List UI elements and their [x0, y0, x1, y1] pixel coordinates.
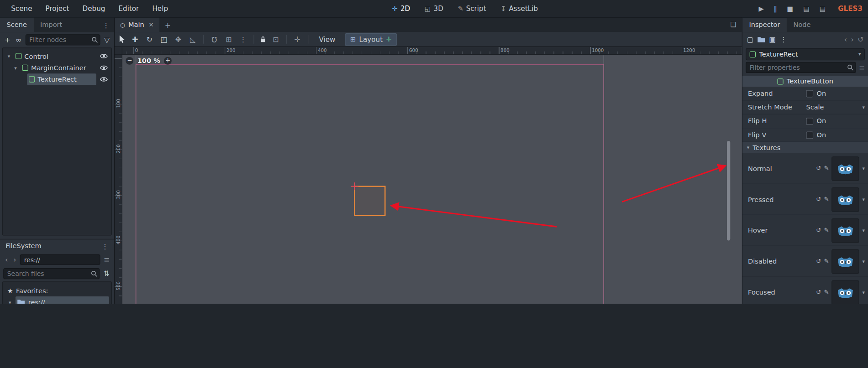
grid-snap-icon[interactable]: ⊞ [224, 35, 234, 43]
scale-tool-icon[interactable]: ◰ [159, 35, 169, 43]
edit-resource-icon[interactable]: ✎ [824, 196, 829, 203]
history-forward-icon[interactable]: › [851, 36, 853, 44]
tab-scene[interactable]: Scene [0, 18, 33, 32]
filter-options-icon[interactable]: ▽ [103, 36, 111, 44]
screen-3d-button[interactable]: ◱ 3D [420, 3, 448, 14]
scene-tab-main[interactable]: ○ Main ✕ [115, 18, 159, 32]
revert-icon[interactable]: ↺ [816, 289, 821, 296]
property-label: Expand [748, 89, 806, 97]
filter-properties-input[interactable] [746, 62, 856, 73]
tree-node-control[interactable]: ▾ Control [3, 50, 111, 62]
close-icon[interactable]: ✕ [147, 21, 154, 29]
chevron-down-icon[interactable]: ▾ [862, 228, 864, 233]
search-files-input[interactable] [3, 268, 100, 279]
edit-resource-icon[interactable]: ✎ [824, 227, 829, 234]
menu-scene[interactable]: Scene [5, 3, 37, 14]
select-tool-icon[interactable] [119, 36, 126, 43]
play-scene-button[interactable]: ▤ [801, 4, 811, 14]
play-button[interactable]: ▶ [757, 4, 766, 14]
history-back-icon[interactable]: ‹ [844, 36, 847, 44]
chevron-down-icon[interactable]: ▾ [862, 259, 864, 264]
texture-preview[interactable] [832, 249, 860, 273]
section-textures[interactable]: ▾ Textures [742, 142, 868, 153]
edit-resource-icon[interactable]: ✎ [824, 289, 829, 296]
rotate-tool-icon[interactable]: ↻ [144, 35, 154, 43]
texture-preview[interactable] [832, 218, 860, 242]
screen-assetlib-button[interactable]: ↧ AssetLib [496, 3, 542, 14]
zoom-out-button[interactable]: − [126, 57, 133, 65]
collapse-caret-icon[interactable]: ▾ [13, 65, 18, 70]
tune-icon[interactable]: ≡ [859, 63, 865, 72]
chevron-down-icon[interactable]: ▾ [862, 166, 864, 171]
filter-nodes-input[interactable] [25, 34, 100, 45]
dock-menu-icon[interactable]: ⋮ [98, 21, 114, 29]
add-node-icon[interactable]: + [3, 36, 11, 44]
expand-checkbox[interactable] [806, 90, 813, 97]
visibility-eye-icon[interactable] [99, 76, 109, 82]
distraction-free-icon[interactable]: ❏ [725, 18, 742, 32]
favorites-row[interactable]: ★ Favorites: [3, 285, 111, 296]
ruler-tool-icon[interactable]: ◺ [188, 35, 198, 43]
collapse-caret-icon[interactable]: ▾ [7, 300, 13, 304]
instance-scene-link-icon[interactable]: ∞ [14, 36, 22, 44]
new-resource-icon[interactable]: ▢ [747, 36, 754, 44]
skeleton-options-icon[interactable]: ✛ [292, 35, 302, 43]
tree-node-texturerect[interactable]: TextureRect [3, 73, 111, 85]
menu-project[interactable]: Project [40, 3, 74, 14]
edit-resource-icon[interactable]: ✎ [824, 258, 829, 265]
revert-icon[interactable]: ↺ [816, 196, 821, 203]
display-mode-icon[interactable]: ≡ [102, 255, 110, 264]
screen-2d-button[interactable]: ✛ 2D [388, 3, 415, 14]
tab-inspector[interactable]: Inspector [742, 18, 787, 32]
folder-row-res[interactable]: ▾ res:// [3, 296, 111, 304]
edit-resource-icon[interactable]: ✎ [824, 165, 829, 172]
chevron-down-icon[interactable]: ▾ [862, 290, 864, 295]
lock-object-icon[interactable] [260, 36, 267, 43]
smart-snap-magnet-icon[interactable]: Ω [209, 35, 219, 43]
layout-menu-button[interactable]: ⊞ Layout ✛ [345, 33, 397, 46]
current-path[interactable]: res:// [20, 254, 100, 265]
menu-editor[interactable]: Editor [113, 3, 144, 14]
view-menu-button[interactable]: View [314, 33, 340, 45]
history-back-icon[interactable]: ‹ [3, 255, 10, 264]
menu-debug[interactable]: Debug [77, 3, 110, 14]
menu-help[interactable]: Help [147, 3, 174, 14]
2d-viewport[interactable]: 0 200 400 600 800 1000 1200 100 200 300 … [115, 47, 742, 304]
visibility-eye-icon[interactable] [99, 65, 109, 71]
stretch-mode-dropdown[interactable]: Scale ▾ [806, 104, 865, 111]
history-forward-icon[interactable]: › [12, 255, 18, 264]
edited-node-selector[interactable]: TextureRect ▾ [746, 48, 865, 60]
revert-icon[interactable]: ↺ [816, 258, 821, 265]
pause-button[interactable]: ‖ [772, 4, 779, 14]
dock-menu-icon[interactable]: ⋮ [101, 242, 109, 250]
collapse-caret-icon[interactable]: ▾ [6, 53, 11, 59]
tab-import[interactable]: Import [33, 18, 68, 32]
flip-h-checkbox[interactable] [806, 118, 813, 125]
revert-icon[interactable]: ↺ [816, 165, 821, 172]
vertical-scrollbar[interactable] [727, 141, 730, 240]
move-tool-icon[interactable]: ✚ [130, 35, 140, 43]
texture-preview[interactable] [832, 187, 860, 211]
chevron-down-icon[interactable]: ▾ [862, 197, 864, 202]
play-custom-scene-button[interactable]: ▤ [817, 4, 828, 14]
visibility-eye-icon[interactable] [99, 53, 109, 59]
sort-files-icon[interactable]: ⇅ [102, 269, 110, 277]
stop-button[interactable]: ■ [785, 4, 795, 14]
object-history-icon[interactable]: ↺ [857, 36, 863, 44]
resource-menu-icon[interactable]: ⋮ [780, 36, 787, 44]
tree-node-margincontainer[interactable]: ▾ MarginContainer [3, 62, 111, 73]
texture-preview[interactable] [832, 156, 860, 181]
tab-node[interactable]: Node [787, 18, 817, 32]
pan-tool-icon[interactable]: ✥ [174, 35, 184, 43]
load-resource-folder-icon[interactable] [758, 36, 765, 42]
revert-icon[interactable]: ↺ [816, 227, 821, 234]
flip-v-checkbox[interactable] [806, 131, 813, 139]
group-object-icon[interactable]: ⊡ [271, 35, 281, 43]
save-resource-icon[interactable]: ▣ [769, 36, 776, 44]
screen-script-button[interactable]: ✎ Script [453, 3, 491, 14]
snap-options-icon[interactable]: ⋮ [238, 35, 248, 43]
texture-preview[interactable] [832, 280, 860, 304]
new-scene-tab-button[interactable]: + [159, 18, 176, 32]
selected-node-rect[interactable] [355, 187, 385, 216]
zoom-in-button[interactable]: + [164, 57, 172, 65]
